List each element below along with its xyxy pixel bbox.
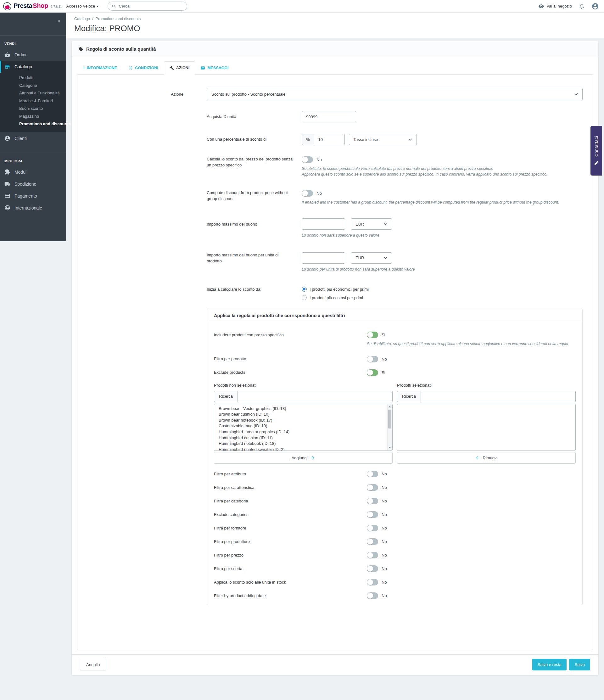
filter-stock-toggle[interactable] <box>367 565 378 572</box>
max-amount-label: Importo massimo del buono <box>207 218 302 227</box>
max-amount-unit-currency-select[interactable]: EUR <box>351 252 392 264</box>
exclude-products-toggle[interactable] <box>367 369 378 376</box>
breadcrumb-catalogo[interactable]: Catalogo <box>74 17 90 21</box>
sidebar-collapse-strip: « <box>0 12 66 35</box>
selected-products-list[interactable] <box>397 404 576 451</box>
percent-symbol-addon: % <box>302 134 314 145</box>
radio-label: I prodotti più economici per primi <box>309 287 369 292</box>
selected-search-input[interactable] <box>421 391 576 402</box>
breadcrumb-promotions[interactable]: Promotions and discounts <box>96 17 141 21</box>
filter-manufacturer-toggle[interactable] <box>367 538 378 545</box>
scroll-up-icon[interactable] <box>387 405 392 409</box>
sidebar-item-label: Moduli <box>15 170 27 175</box>
tab-azioni[interactable]: AZIONI <box>164 61 195 75</box>
customers-icon <box>4 135 10 141</box>
max-amount-unit-input[interactable] <box>302 252 345 264</box>
toggle-state-label: No <box>317 191 322 196</box>
tab-informazione[interactable]: i INFORMAZIONE <box>78 61 123 75</box>
quick-access-menu[interactable]: Accesso Veloce ▾ <box>66 4 98 8</box>
save-button[interactable]: Salva <box>569 659 590 670</box>
save-and-stay-button[interactable]: Salva e resta <box>532 659 567 670</box>
sidebar-item-clienti[interactable]: Clienti <box>0 132 66 144</box>
list-scrollbar[interactable] <box>387 404 392 450</box>
unselected-search-button[interactable]: Ricerca <box>214 391 238 402</box>
filter-price-toggle[interactable] <box>367 552 378 558</box>
brand-shop: Shop <box>33 2 48 9</box>
no-specific-price-toggle[interactable] <box>302 156 313 163</box>
filter-feature-toggle[interactable] <box>367 484 378 491</box>
radio-most-expensive-first[interactable] <box>302 295 307 300</box>
add-products-button[interactable]: Aggiungi <box>214 452 393 464</box>
sidebar-subitem-marche[interactable]: Marche & Fornitori <box>19 97 66 105</box>
sidebar-subitem-buoni-sconto[interactable]: Buoni sconto <box>19 105 66 112</box>
view-shop-link[interactable]: Vai al negozio <box>538 4 572 8</box>
include-specific-toggle[interactable] <box>367 332 378 338</box>
sidebar-item-catalogo[interactable]: Catalogo <box>0 61 66 73</box>
toggle-state-label: No <box>382 485 387 490</box>
buy-x-input[interactable] <box>302 111 356 122</box>
filter-adding-date-toggle[interactable] <box>367 593 378 599</box>
contact-us-tab[interactable]: Contattaci <box>590 126 602 176</box>
search-input[interactable] <box>119 4 183 8</box>
sidebar: « VENDI Ordini Catalogo Prodotti Categor… <box>0 12 66 241</box>
notifications-bell-icon[interactable] <box>579 3 584 9</box>
shipping-truck-icon <box>4 181 10 187</box>
product-option[interactable]: Hummingbird cushion (ID: 11) <box>219 435 384 441</box>
user-account-icon[interactable] <box>592 2 599 10</box>
no-group-discount-toggle[interactable] <box>302 190 313 197</box>
max-amount-input[interactable] <box>302 218 345 230</box>
sidebar-item-label: Internazionale <box>15 205 42 210</box>
sidebar-subitem-attributi[interactable]: Attributi e Funzionalità <box>19 89 66 97</box>
product-option[interactable]: Brown bear cushion (ID: 10) <box>219 411 384 418</box>
product-option[interactable]: Brown bear notebook (ID: 17) <box>219 418 384 423</box>
scroll-down-icon[interactable] <box>387 446 392 450</box>
radio-cheapest-first[interactable] <box>302 286 307 292</box>
percent-input[interactable] <box>314 134 345 145</box>
sidebar-item-ordini[interactable]: Ordini <box>0 49 66 61</box>
product-option[interactable]: Hummingbird printed sweater (ID: 2) <box>219 447 384 451</box>
unselected-search-input[interactable] <box>238 391 393 402</box>
sidebar-item-moduli[interactable]: Moduli <box>0 166 66 178</box>
filter-supplier-toggle[interactable] <box>367 525 378 531</box>
reduction-start-label: Inizia a calcolare lo sconto da: <box>207 286 302 293</box>
toggle-state-label: No <box>317 157 322 162</box>
sidebar-collapse-button[interactable]: « <box>57 18 60 24</box>
unselected-products-list[interactable]: Brown bear - Vector graphics (ID: 13) Br… <box>214 404 393 451</box>
product-option[interactable]: Brown bear - Vector graphics (ID: 13) <box>219 406 384 412</box>
product-option[interactable]: Customizable mug (ID: 19) <box>219 423 384 429</box>
sidebar-item-internazionale[interactable]: Internazionale <box>0 202 66 214</box>
remove-products-button[interactable]: Rimuovi <box>397 452 576 464</box>
sidebar-item-pagamento[interactable]: Pagamento <box>0 190 66 202</box>
tab-label: MESSAGGI <box>207 66 228 70</box>
tax-select-value: Tasse incluse <box>354 137 378 142</box>
sidebar-subitem-categorie[interactable]: Categorie <box>19 82 66 90</box>
sidebar-item-label: Clienti <box>15 136 27 141</box>
exclude-categories-toggle[interactable] <box>367 511 378 518</box>
tab-messaggi[interactable]: MESSAGGI <box>195 61 234 75</box>
include-specific-help: Se disabilitato, su questi prodotti non … <box>367 341 568 347</box>
filters-panel-title: Applica la regola ai prodotti che corris… <box>207 309 582 322</box>
brand-presta: Presta <box>14 2 32 9</box>
cancel-button[interactable]: Annulla <box>80 659 106 670</box>
max-amount-help: Lo sconto non sarà superiore a questo va… <box>302 232 392 238</box>
product-option[interactable]: Hummingbird - Vector graphics (ID: 14) <box>219 429 384 435</box>
product-option[interactable]: Hummingbird notebook (ID: 18) <box>219 441 384 447</box>
tax-select[interactable]: Tasse incluse <box>349 134 417 145</box>
filter-category-toggle[interactable] <box>367 498 378 504</box>
filter-product-toggle[interactable] <box>367 356 378 362</box>
discount-in-stock-toggle[interactable] <box>367 579 378 585</box>
max-amount-currency-select[interactable]: EUR <box>351 218 392 230</box>
prestashop-logo[interactable]: PrestaShop 1.7.8.11 <box>3 2 62 10</box>
include-specific-label: Includere prodotti con prezzo specifico <box>214 332 367 338</box>
envelope-icon <box>201 66 205 70</box>
sidebar-subitem-prodotti[interactable]: Prodotti <box>19 74 66 82</box>
filter-attribute-toggle[interactable] <box>367 471 378 477</box>
selected-search-button[interactable]: Ricerca <box>397 391 421 402</box>
tab-condizioni[interactable]: CONDIZIONI <box>123 61 164 75</box>
sidebar-subitem-promotions[interactable]: Promotions and discounts <box>19 120 66 128</box>
scrollbar-thumb[interactable] <box>388 409 391 428</box>
arrow-left-icon <box>475 455 480 460</box>
sidebar-item-spedizione[interactable]: Spedizione <box>0 178 66 190</box>
action-select[interactable]: Sconto sul prodotto - Sconto percentuale <box>207 88 583 100</box>
sidebar-subitem-magazzino[interactable]: Magazzino <box>19 112 66 121</box>
